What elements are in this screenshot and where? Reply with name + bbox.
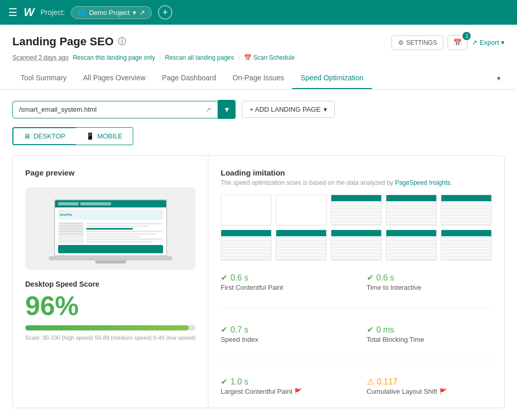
screenshot-9 [386,230,437,260]
gear-icon: ⚙ [398,39,404,46]
laptop-frame: EmailTray [54,199,167,256]
screenshot-grid [221,195,492,260]
external-link-icon: ↗ [139,9,145,16]
page-title: Landing Page SEO ⓘ [12,35,126,48]
mobile-icon: 📱 [86,132,94,140]
url-dropdown-button[interactable]: ▾ [218,100,236,119]
desktop-tab[interactable]: 🖥 DESKTOP [12,127,76,145]
settings-button[interactable]: ⚙ SETTINGS [391,36,443,50]
check-icon: ✔ [367,325,373,335]
chevron-down-icon: ▾ [324,106,327,113]
tabs-more-button[interactable]: ▾ [493,70,505,86]
screenshot-10 [441,230,492,260]
scan-schedule-link[interactable]: 📅 Scan Schedule [244,54,295,61]
add-project-button[interactable]: + [158,5,172,20]
speed-bar-fill [25,325,189,330]
chevron-down-icon: ▾ [133,9,136,16]
project-name: Demo Project [89,9,130,16]
mobile-tab[interactable]: 📱 MOBILE [76,127,133,145]
right-panel: Loading imitation The speed optimization… [208,156,504,408]
add-landing-page-button[interactable]: + ADD LANDING PAGE ▾ [242,101,335,118]
rescan-page-link[interactable]: Rescan this landing page only [73,54,155,61]
screenshot-6 [221,230,272,260]
flag-icon: 🚩 [439,388,447,395]
tbt-label: Total Blocking Time [367,336,492,343]
check-icon: ✔ [221,325,227,335]
export-icon: ↗ [472,39,477,46]
screenshot-8 [331,230,382,260]
url-input-wrapper: /smart_email_system.html ↗ [12,101,218,118]
screenshot-5 [441,195,492,225]
topbar: ☰ W Project: 🌐 Demo Project ▾ ↗ + [0,0,517,25]
logo: W [24,6,34,19]
tbt-value: ✔ 0 ms [367,325,492,335]
check-icon: ✔ [367,273,373,283]
metric-lcp: ✔ 1.0 s Largest Contentful Paint 🚩 [221,377,346,395]
divider2 [221,360,492,360]
notification-badge: 2 [462,32,471,40]
tab-on-page-issues[interactable]: On-Page Issues [224,67,292,89]
loading-subtitle: The speed optimization score is based on… [221,179,492,186]
tab-all-pages[interactable]: All Pages Overview [75,67,153,89]
title-area: Landing Page SEO ⓘ [12,35,126,48]
metrics-grid: ✔ 0.6 s First Contentful Paint ✔ 0.6 s [221,273,492,395]
laptop-stand [95,260,126,264]
scan-bar: Scanned 2 days ago Rescan this landing p… [0,50,517,65]
tab-page-dashboard[interactable]: Page Dashboard [154,67,224,89]
fcp-value: ✔ 0.6 s [221,273,346,283]
screenshot-3 [331,195,382,225]
metric-tbt: ✔ 0 ms Total Blocking Time [367,325,492,343]
rescan-all-link[interactable]: Rescan all landing pages [165,54,234,61]
project-selector[interactable]: 🌐 Demo Project ▾ ↗ [71,6,152,19]
main-panels: Page preview EmailTray [12,155,505,408]
screenshot-1 [221,195,272,225]
flag-icon: 🚩 [294,388,302,395]
speed-score-value: 96% [25,292,195,319]
divider: | [159,54,161,61]
desktop-icon: 🖥 [24,132,30,140]
metric-tti: ✔ 0.6 s Time to Interactive [367,273,492,291]
content-area: /smart_email_system.html ↗ ▾ + ADD LANDI… [0,90,517,418]
metric-si: ✔ 0.7 s Speed Index [221,325,346,343]
warn-icon: ⚠ [367,377,374,387]
loading-title: Loading imitation [221,168,492,177]
project-icon: 🌐 [78,9,86,16]
url-external-icon[interactable]: ↗ [205,106,211,114]
export-button[interactable]: ↗ Export ▾ [472,39,505,46]
page-actions: ⚙ SETTINGS 📅 2 ↗ Export ▾ [391,35,505,50]
main-content: Landing Page SEO ⓘ ⚙ SETTINGS 📅 2 ↗ Expo… [0,25,517,420]
screenshot-7 [276,230,327,260]
tab-tool-summary[interactable]: Tool Summary [12,67,75,89]
page-header: Landing Page SEO ⓘ ⚙ SETTINGS 📅 2 ↗ Expo… [0,25,517,50]
metric-cls: ⚠ 0.117 Cumulative Layout Shift 🚩 [367,377,492,395]
help-icon[interactable]: ⓘ [118,37,126,47]
page-preview: EmailTray [25,187,195,270]
si-label: Speed Index [221,336,346,343]
calendar-icon: 📅 [453,39,462,46]
divider [221,308,492,308]
calendar-small-icon: 📅 [244,54,253,61]
speed-bar [25,325,195,330]
cls-value: ⚠ 0.117 [367,377,492,387]
divider2: | [238,54,240,61]
menu-icon[interactable]: ☰ [8,6,17,19]
fcp-label: First Contentful Paint [221,284,346,291]
tab-speed-optimization[interactable]: Speed Optimization [292,67,371,89]
url-bar: /smart_email_system.html ↗ ▾ + ADD LANDI… [12,100,505,119]
chevron-down-icon: ▾ [501,39,505,46]
left-panel: Page preview EmailTray [13,156,208,408]
device-tabs: 🖥 DESKTOP 📱 MOBILE [12,127,505,145]
check-icon: ✔ [221,377,227,387]
screenshot-4 [386,195,437,225]
scanned-text: Scanned 2 days ago [12,54,68,61]
tabs-bar: Tool Summary All Pages Overview Page Das… [0,67,517,90]
preview-title: Page preview [25,168,195,177]
tti-value: ✔ 0.6 s [367,273,492,283]
tti-label: Time to Interactive [367,284,492,291]
laptop-base [49,256,172,260]
si-value: ✔ 0.7 s [221,325,346,335]
pagespeed-link[interactable]: PageSpeed Insights. [395,179,452,186]
project-label: Project: [41,8,65,16]
cls-label: Cumulative Layout Shift 🚩 [367,388,492,395]
speed-score-label: Desktop Speed Score [25,280,195,288]
